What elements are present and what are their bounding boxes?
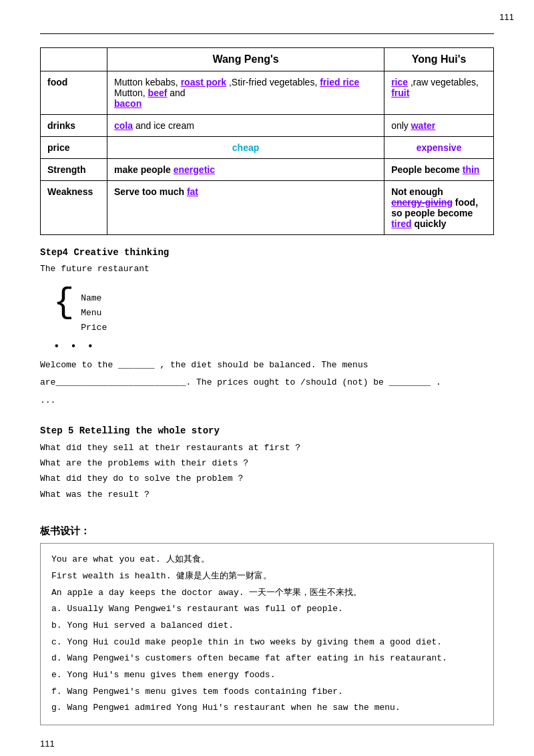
- table-row-weakness: Weakness Serve too much fat Not enough e…: [41, 181, 494, 235]
- banshu-line-9: g. Wang Pengwei admired Yong Hui's resta…: [51, 700, 483, 717]
- header-empty: [41, 48, 107, 71]
- yong-food-rice: rice: [391, 77, 408, 87]
- wang-food-text4: and: [170, 87, 185, 98]
- wang-strength: make people energetic: [107, 159, 384, 181]
- wang-price-value: cheap: [232, 142, 259, 153]
- step5-q3: What did they do to solve the problem ?: [40, 471, 494, 486]
- wang-food-friedrice: fried rice: [320, 77, 359, 87]
- table-row-price: price cheap expensive: [41, 137, 494, 159]
- banshu-line-4: b. Yong Hui served a balanced diet.: [51, 618, 483, 634]
- page-number-bottom: 111: [40, 739, 494, 749]
- wang-food-beef: beef: [148, 87, 168, 98]
- wang-food-text1: Mutton kebabs,: [114, 77, 181, 87]
- banshu-line-6: d. Wang Pengwei's customers often became…: [51, 650, 483, 667]
- banshu-line-2: An apple a day keeps the doctor away. 一天…: [51, 585, 483, 602]
- wang-food-text3: Mutton,: [114, 87, 148, 98]
- step5-q4: What was the result ?: [40, 487, 494, 502]
- banshu-line-5: c. Yong Hui could make people thin in tw…: [51, 634, 483, 651]
- wang-drinks-cola: cola: [114, 120, 133, 131]
- wang-food-roastpork: roast pork: [181, 77, 226, 87]
- label-strength: Strength: [41, 159, 107, 181]
- yong-food-text1: ,raw vegetables,: [411, 77, 479, 87]
- step5-questions: What did they sell at their restaurants …: [40, 440, 494, 503]
- yong-weakness: Not enough energy-giving food, so people…: [384, 181, 494, 235]
- brace-item-menu: Menu: [81, 306, 107, 321]
- brace-item-price: Price: [81, 321, 107, 335]
- comparison-table: Wang Peng's Yong Hui's food Mutton kebab…: [40, 47, 494, 235]
- yong-strength: People become thin: [384, 159, 494, 181]
- wang-food-text2: ,Stir-fried vegetables,: [229, 77, 317, 87]
- wang-weakness-fat: fat: [187, 186, 198, 197]
- wang-weakness: Serve too much fat: [107, 181, 384, 235]
- yong-strength-text: People become: [391, 164, 460, 175]
- page-number-top: 111: [499, 12, 514, 22]
- step4-heading: Step4 Creative thinking: [40, 247, 494, 258]
- banshu-line-0: You are what you eat. 人如其食。: [51, 552, 483, 568]
- yong-price: expensive: [384, 137, 494, 159]
- banshu-line-3: a. Usually Wang Pengwei's restaurant was…: [51, 601, 483, 618]
- brace-items: Name Menu Price: [81, 286, 107, 335]
- wang-strength-energetic: energetic: [174, 164, 215, 175]
- label-price: price: [41, 137, 107, 159]
- welcome-line3: ...: [40, 393, 494, 408]
- wang-drinks: cola and ice cream: [107, 115, 384, 137]
- banshu-line-8: f. Wang Pengwei's menu gives tem foods c…: [51, 684, 483, 701]
- dots-line: • • •: [53, 341, 494, 353]
- brace-block: { Name Menu Price: [53, 286, 494, 335]
- table-row-strength: Strength make people energetic People be…: [41, 159, 494, 181]
- step4-subheading: The future restaurant: [40, 262, 494, 276]
- label-weakness: Weakness: [41, 181, 107, 235]
- step5-q2: What are the problems with their diets ?: [40, 455, 494, 471]
- wang-food-bacon: bacon: [114, 98, 142, 109]
- brace-symbol: {: [53, 286, 74, 321]
- yong-price-value: expensive: [417, 142, 462, 153]
- step5-q1: What did they sell at their restaurants …: [40, 440, 494, 455]
- yong-weakness-energygiving: energy-giving: [391, 197, 453, 208]
- banshu-line-1: First wealth is health. 健康是人生的第一财富。: [51, 568, 483, 585]
- banshu-line-7: e. Yong Hui's menu gives them energy foo…: [51, 667, 483, 684]
- banshu-heading: 板书设计：: [40, 525, 494, 538]
- yong-drinks-water: water: [411, 120, 436, 131]
- yong-drinks-only: only: [391, 120, 409, 131]
- yong-weakness-text1: Not enough: [391, 186, 443, 197]
- yong-food-fruit: fruit: [391, 87, 409, 98]
- wang-price: cheap: [107, 137, 384, 159]
- yong-strength-thin: thin: [463, 164, 480, 175]
- header-yong: Yong Hui's: [384, 48, 494, 71]
- brace-item-name: Name: [81, 291, 107, 306]
- table-row-food: food Mutton kebabs, roast pork ,Stir-fri…: [41, 71, 494, 115]
- wang-weakness-text: Serve too much: [114, 186, 187, 197]
- yong-weakness-text4: quickly: [414, 218, 446, 229]
- label-drinks: drinks: [41, 115, 107, 137]
- yong-food: rice ,raw vegetables, fruit: [384, 71, 494, 115]
- wang-food: Mutton kebabs, roast pork ,Stir-fried ve…: [107, 71, 384, 115]
- welcome-line2: are_________________________. The prices…: [40, 375, 494, 390]
- header-wang: Wang Peng's: [107, 48, 384, 71]
- wang-drinks-text: and ice cream: [136, 120, 194, 131]
- step5-heading: Step 5 Retelling the whole story: [40, 425, 494, 436]
- yong-weakness-text2: food,: [455, 197, 478, 208]
- yong-weakness-text3: so people become: [391, 208, 473, 218]
- top-divider: [40, 33, 494, 34]
- banshu-box: You are what you eat. 人如其食。 First wealth…: [40, 543, 494, 725]
- table-row-drinks: drinks cola and ice cream only water: [41, 115, 494, 137]
- label-food: food: [41, 71, 107, 115]
- welcome-line1: Welcome to the _______ , the diet should…: [40, 358, 494, 373]
- yong-drinks: only water: [384, 115, 494, 137]
- wang-strength-text: make people: [114, 164, 171, 175]
- yong-weakness-tired: tired: [391, 218, 411, 229]
